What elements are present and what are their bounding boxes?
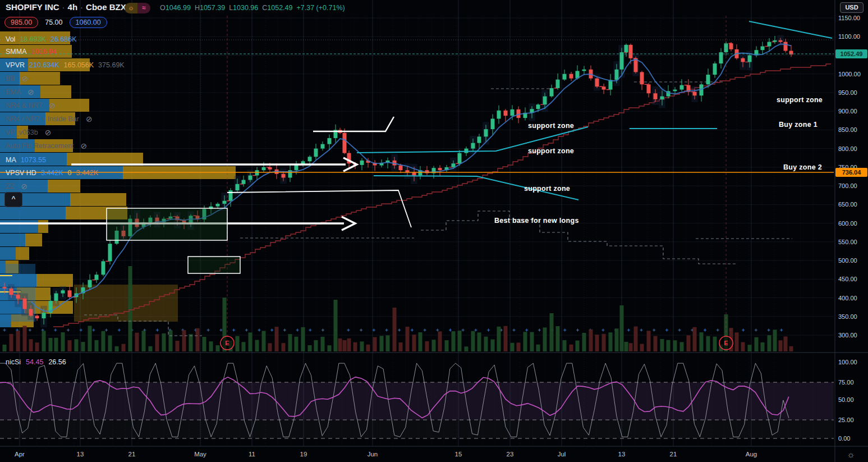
price-tick: 350.00 <box>838 313 857 320</box>
legend-row-nr4-nr7-inside-bar[interactable]: NR4 / NR7 + Inside Bar⊘ <box>6 115 93 123</box>
time-tick: 23 <box>507 451 514 458</box>
indicator-value: 3.442K <box>41 169 63 177</box>
indicator-value: 18.693K <box>20 35 46 43</box>
ohlc-value: 1057.39 <box>200 4 229 12</box>
svg-text:E: E <box>225 340 229 346</box>
time-tick: 13 <box>618 451 626 458</box>
indicator-name: Auto Fib Retracement <box>6 142 74 150</box>
eye-off-icon[interactable]: ⊘ <box>27 88 34 97</box>
separator-dot: · <box>59 2 68 12</box>
axis-settings-icon[interactable]: ☼ <box>847 450 855 460</box>
indicator-name: VPSV HD <box>6 169 36 177</box>
time-tick: 15 <box>455 451 462 458</box>
pre-market-sun-icon: ☼ <box>125 3 137 13</box>
indicator-value: 1016.94 <box>31 48 57 56</box>
oscillator-tick: 75.00 <box>838 379 854 386</box>
price-tick: 600.00 <box>838 220 857 227</box>
stop-level-chip[interactable]: 985.00 <box>4 17 38 28</box>
price-tick: 650.00 <box>838 201 857 208</box>
exchange-label[interactable]: Cboe BZX <box>86 2 126 12</box>
legend-row-zz[interactable]: ZZ⊘ <box>6 182 27 191</box>
eye-off-icon[interactable]: ⊘ <box>45 128 52 137</box>
indicator-name: EMA <box>6 88 21 96</box>
price-tick: 1150.00 <box>838 15 860 21</box>
annotation-buy-zone-2[interactable]: Buy zone 2 <box>783 163 822 171</box>
price-tick: 700.00 <box>838 182 857 189</box>
oscillator-tick: 100.00 <box>838 359 857 365</box>
indicator-name: ZZ <box>6 182 14 190</box>
price-tick: 950.00 <box>838 89 857 96</box>
legend-collapse-button[interactable]: ^ <box>4 192 22 207</box>
ohlc-readout: O1046.99H1057.39L1030.96C1052.49+7.37 (+… <box>160 4 345 12</box>
interval-label[interactable]: 4h <box>68 2 78 12</box>
chart-canvas[interactable]: EE <box>0 0 868 462</box>
risk-value: 75.00 <box>45 19 62 26</box>
ohlc-value: 1046.99 <box>166 4 195 12</box>
target-level-chip[interactable]: 1060.00 <box>70 17 107 28</box>
oscillator-tick: 25.00 <box>838 417 854 423</box>
indicator-value: 1073.55 <box>21 156 46 164</box>
time-tick: May <box>194 451 206 458</box>
oscillator-legend[interactable]: nicSi 54.45 26.56 <box>6 358 66 366</box>
symbol-header[interactable]: SHOPIFY INC·4h·Cboe BZX <box>6 2 126 12</box>
ohlc-label: C <box>262 4 267 12</box>
oscillator-name: nicSi <box>6 358 21 366</box>
indicator-name: NR4 & NR7 <box>6 102 42 109</box>
indicator-value: 210.634K <box>29 61 59 69</box>
annotation-best-base[interactable]: Best base for new longs <box>494 217 579 225</box>
annotation-support-zone-3[interactable]: support zone <box>524 185 570 193</box>
svg-text:E: E <box>724 340 728 346</box>
legend-row-vpsv-hd[interactable]: VPSV HD3.442K03.442K <box>6 169 98 177</box>
annotation-support-zone-2[interactable]: support zone <box>528 147 574 155</box>
time-tick: 11 <box>249 451 255 458</box>
time-tick: 19 <box>300 451 307 458</box>
eye-off-icon[interactable]: ⊘ <box>49 101 56 110</box>
annotation-support-zone-4[interactable]: support zone <box>777 96 823 104</box>
time-tick: Apr <box>15 451 25 458</box>
legend-row-vp-v053b[interactable]: VP_v053b⊘ <box>6 128 51 137</box>
price-tick: 500.00 <box>838 257 857 264</box>
eye-off-icon[interactable]: ⊘ <box>81 141 88 150</box>
currency-button[interactable]: USD <box>840 2 864 13</box>
legend-row-vpvr[interactable]: VPVR210.634K165.056K375.69K <box>6 61 125 69</box>
legend-row-ema[interactable]: EMA⊘ <box>6 88 34 97</box>
price-tick: 550.00 <box>838 239 857 245</box>
indicator-name: VP_v053b <box>6 129 38 136</box>
price-tick: 450.00 <box>838 276 857 282</box>
legend-row-bb[interactable]: BB⊘ <box>6 74 28 83</box>
extended-hours-icon: ≈ <box>137 3 150 13</box>
price-tick: 850.00 <box>838 126 857 133</box>
ohlc-label: H <box>195 4 200 12</box>
symbol-name[interactable]: SHOPIFY INC <box>6 2 59 12</box>
separator-dot: · <box>77 2 86 12</box>
legend-row-smma[interactable]: SMMA1016.94 <box>6 48 57 56</box>
alert-price-tag: 736.04 <box>835 168 867 177</box>
eye-off-icon[interactable]: ⊘ <box>86 115 93 123</box>
eye-off-icon[interactable]: ⊘ <box>21 182 27 191</box>
time-tick: 21 <box>128 451 136 458</box>
legend-row-ma[interactable]: MA1073.55 <box>6 156 46 164</box>
indicator-name: MA <box>6 156 16 164</box>
time-tick: Jul <box>558 451 566 458</box>
time-tick: Jun <box>368 451 378 458</box>
annotation-support-zone-1[interactable]: support zone <box>528 122 574 130</box>
annotation-buy-zone-1[interactable]: Buy zone 1 <box>779 121 818 129</box>
ohlc-value: 1030.96 <box>233 4 262 12</box>
change-value: +7.37 (+0.71%) <box>297 4 345 12</box>
oscillator-fast-value: 26.56 <box>48 358 66 366</box>
indicator-value: 165.056K <box>64 61 94 69</box>
price-tick: 400.00 <box>838 295 857 301</box>
legend-row-vol[interactable]: Vol18.693K26.686K <box>6 35 77 43</box>
indicator-name: BB <box>6 75 15 83</box>
indicator-name: Vol <box>6 35 15 43</box>
price-level-chips: 985.00 75.00 1060.00 <box>4 17 114 28</box>
indicator-name: VPVR <box>6 61 25 69</box>
legend-row-auto-fib-retracement[interactable]: Auto Fib Retracement⊘ <box>6 141 87 150</box>
price-tick: 900.00 <box>838 108 857 115</box>
tradingview-chart-window: EE SHOPIFY INC·4h·Cboe BZX ☼ ≈ O1046.99H… <box>0 0 868 462</box>
eye-off-icon[interactable]: ⊘ <box>22 74 29 83</box>
indicator-value: 0 <box>68 169 72 177</box>
last-price-tag: 1052.49 <box>835 49 867 58</box>
legend-row-nr4-nr7[interactable]: NR4 & NR7⊘ <box>6 101 56 110</box>
market-status-badge[interactable]: ☼ ≈ <box>125 3 150 13</box>
